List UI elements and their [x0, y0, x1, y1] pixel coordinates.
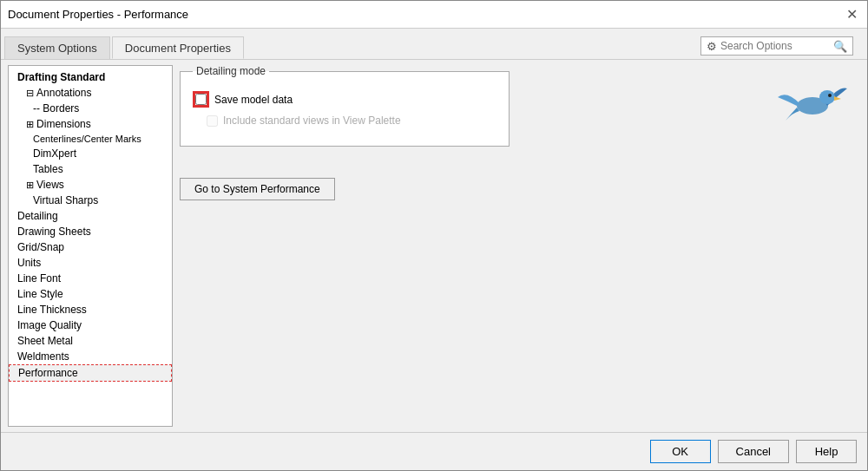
- search-bar: ⚙ 🔍: [700, 36, 853, 56]
- tree-item-sheet-metal[interactable]: Sheet Metal: [9, 333, 172, 349]
- tree-item-virtual-sharps[interactable]: Virtual Sharps: [9, 193, 172, 208]
- save-model-data-label: Save model data: [214, 94, 293, 106]
- title-bar: Document Properties - Performance ✕: [1, 1, 867, 29]
- help-button[interactable]: Help: [796, 440, 857, 463]
- include-standard-views-checkbox[interactable]: [207, 115, 218, 127]
- tree-item-line-thickness[interactable]: Line Thickness: [9, 302, 172, 317]
- tree-item-image-quality[interactable]: Image Quality: [9, 317, 172, 333]
- tab-search-row: System Options Document Properties ⚙ 🔍: [1, 29, 867, 60]
- tree-item-drawing-sheets[interactable]: Drawing Sheets: [9, 224, 172, 239]
- tree-item-tables[interactable]: Tables: [9, 161, 172, 177]
- left-panel: Drafting Standard Annotations -- Borders…: [8, 65, 173, 427]
- content-area: Drafting Standard Annotations -- Borders…: [1, 60, 867, 432]
- tab-group: System Options Document Properties: [4, 29, 246, 59]
- close-button[interactable]: ✕: [843, 6, 860, 23]
- gear-icon: ⚙: [707, 40, 717, 53]
- tree-item-centerlines[interactable]: Centerlines/Center Marks: [9, 132, 172, 146]
- search-container: ⚙ 🔍: [700, 36, 853, 56]
- detailing-mode-box: Detailing mode Save model data Include s…: [180, 65, 510, 147]
- window-title: Document Properties - Performance: [8, 8, 188, 21]
- tree-item-detailing[interactable]: Detailing: [9, 208, 172, 224]
- tree-item-views[interactable]: Views: [9, 177, 172, 193]
- include-standard-views-row: Include standard views in View Palette: [193, 114, 496, 127]
- go-to-system-performance-button[interactable]: Go to System Performance: [180, 178, 335, 200]
- tree-item-borders[interactable]: -- Borders: [9, 101, 172, 116]
- tree-item-drafting-standard[interactable]: Drafting Standard: [9, 69, 172, 85]
- main-window: Document Properties - Performance ✕ Syst…: [0, 0, 868, 471]
- tab-system-options[interactable]: System Options: [4, 36, 110, 59]
- bird-svg: [765, 69, 852, 129]
- tree-item-weldments[interactable]: Weldments: [9, 349, 172, 364]
- detailing-legend: Detailing mode: [193, 65, 269, 77]
- bird-logo: [765, 69, 852, 129]
- tree-item-annotations[interactable]: Annotations: [9, 85, 172, 101]
- right-top: Detailing mode Save model data Include s…: [180, 65, 860, 147]
- search-input[interactable]: [720, 40, 833, 52]
- save-model-data-row: Save model data: [193, 91, 496, 108]
- tree-item-line-style[interactable]: Line Style: [9, 286, 172, 302]
- tree-item-grid-snap[interactable]: Grid/Snap: [9, 239, 172, 255]
- right-panel: Detailing mode Save model data Include s…: [180, 65, 860, 427]
- tree-item-units[interactable]: Units: [9, 255, 172, 271]
- save-model-data-highlight: [193, 91, 209, 108]
- cancel-button[interactable]: Cancel: [718, 440, 789, 463]
- tree-item-performance[interactable]: Performance: [9, 364, 172, 382]
- tree-item-line-font[interactable]: Line Font: [9, 271, 172, 286]
- save-model-data-checkbox[interactable]: [195, 94, 207, 105]
- tree-item-dimxpert[interactable]: DimXpert: [9, 146, 172, 161]
- bottom-bar: OK Cancel Help: [1, 432, 867, 470]
- ok-button[interactable]: OK: [650, 440, 711, 463]
- go-button-container: Go to System Performance: [180, 164, 860, 200]
- tree-item-dimensions[interactable]: Dimensions: [9, 116, 172, 132]
- include-standard-views-label: Include standard views in View Palette: [223, 114, 401, 127]
- search-magnifier-icon: 🔍: [833, 40, 847, 53]
- svg-point-2: [828, 94, 832, 97]
- svg-point-1: [819, 90, 835, 104]
- tab-document-properties[interactable]: Document Properties: [112, 36, 244, 59]
